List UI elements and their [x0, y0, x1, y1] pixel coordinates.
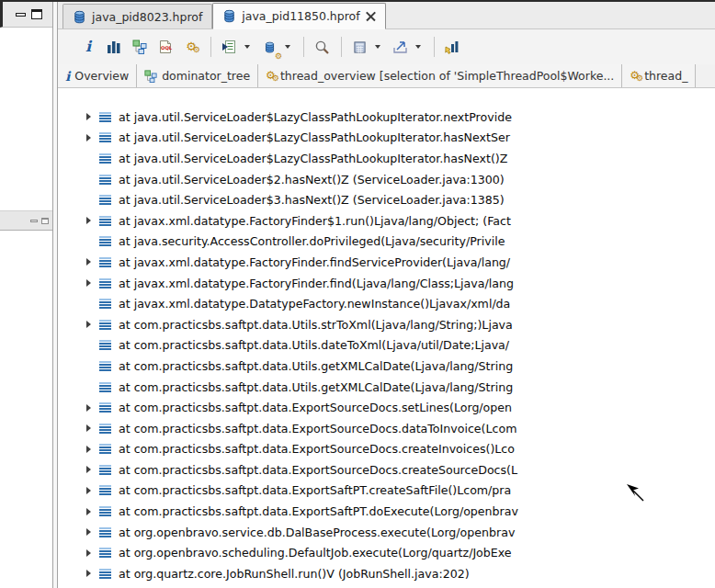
- expand-arrow-icon[interactable]: [86, 528, 91, 536]
- stack-frame-row[interactable]: at com.practicsbs.saftpt.data.Utils.getX…: [58, 377, 525, 398]
- stack-frame-icon: [99, 444, 111, 454]
- stack-frame-text: at com.practicsbs.saftpt.data.ExportSour…: [119, 422, 516, 435]
- editor-area: java_pid8023.hprof java_pid11850.hprof: [57, 2, 715, 588]
- chevron-down-icon[interactable]: [415, 45, 421, 49]
- stack-frame-text: at java.util.ServiceLoader$3.hasNext()Z …: [119, 193, 505, 207]
- minimize-icon[interactable]: [30, 220, 38, 222]
- stack-frame-row[interactable]: at com.practicsbs.saftpt.data.ExportSaft…: [58, 501, 525, 522]
- stack-frame-icon: [99, 340, 111, 350]
- stack-frame-row[interactable]: at javax.xml.datatype.FactoryFinder.find…: [58, 273, 525, 294]
- stack-frame-text: at com.practicsbs.saftpt.data.Utils.getX…: [119, 380, 513, 394]
- maximize-icon[interactable]: [31, 9, 42, 19]
- stack-frame-row[interactable]: at java.util.ServiceLoader$3.hasNext()Z …: [58, 189, 525, 210]
- restore-icon[interactable]: [41, 218, 49, 224]
- expand-arrow-icon[interactable]: [86, 424, 91, 432]
- stack-frame-icon: [99, 236, 111, 246]
- stack-frame-row[interactable]: at java.util.ServiceLoader$LazyClassPath…: [58, 148, 525, 169]
- expand-arrow-icon[interactable]: [86, 134, 91, 141]
- stack-frame-text: at com.practicsbs.saftpt.data.ExportSour…: [119, 463, 517, 477]
- stack-frame-row[interactable]: at com.practicsbs.saftpt.data.ExportSour…: [58, 418, 525, 439]
- chevron-down-icon[interactable]: [285, 45, 290, 49]
- expand-arrow-icon[interactable]: [86, 508, 91, 515]
- stack-frame-row[interactable]: at com.practicsbs.saftpt.data.Utils.strT…: [58, 314, 525, 335]
- expand-arrow-icon[interactable]: [86, 466, 91, 473]
- tab-java-pid11850[interactable]: java_pid11850.hprof: [212, 3, 385, 29]
- tab-java-pid8023[interactable]: java_pid8023.hprof: [62, 4, 212, 28]
- gear-icon: ⚙: [275, 52, 282, 61]
- compare-button[interactable]: [442, 36, 462, 58]
- stack-frame-row[interactable]: at com.practicsbs.saftpt.data.ExportSour…: [58, 397, 525, 418]
- info-icon: [65, 70, 70, 83]
- stack-frame-row[interactable]: at java.util.ServiceLoader$2.hasNext()Z …: [58, 169, 525, 190]
- stack-frame-icon: [99, 361, 111, 371]
- stack-frame-text: at org.openbravo.scheduling.DefaultJob.e…: [119, 546, 512, 560]
- stack-frame-text: at java.util.ServiceLoader$LazyClassPath…: [119, 130, 510, 144]
- stack-frame-icon: [99, 132, 111, 142]
- result-tab-overview[interactable]: Overview: [58, 64, 137, 87]
- result-tab-bar: Overview dominator_tree thread_overview …: [58, 64, 715, 88]
- expand-arrow-icon[interactable]: [86, 113, 91, 120]
- expand-arrow-icon[interactable]: [86, 217, 91, 224]
- stack-frame-text: at java.security.AccessController.doPriv…: [119, 234, 505, 248]
- result-tab-label: thread_overview [selection of 'SimpleThr…: [280, 69, 614, 83]
- stack-frame-text: at javax.xml.datatype.DatatypeFactory.ne…: [119, 297, 510, 311]
- tab-label: java_pid8023.hprof: [92, 10, 202, 24]
- stack-frame-row[interactable]: at com.practicsbs.saftpt.data.ExportSaft…: [58, 481, 525, 502]
- expand-arrow-icon[interactable]: [86, 487, 91, 494]
- expand-arrow-icon[interactable]: [86, 570, 91, 577]
- gears-icon: [186, 40, 197, 54]
- chevron-down-icon[interactable]: [244, 45, 250, 49]
- stack-frame-icon: [99, 299, 111, 309]
- stack-frame-row[interactable]: at com.practicsbs.saftpt.data.Utils.date…: [58, 335, 525, 356]
- svg-text:OQL: OQL: [161, 45, 173, 51]
- chevron-down-icon[interactable]: [375, 45, 380, 49]
- calculate-retained-size-button[interactable]: [349, 36, 369, 58]
- expand-arrow-icon[interactable]: [86, 404, 91, 412]
- result-tab-thread-overview[interactable]: thread_overview [selection of 'SimpleThr…: [258, 64, 622, 87]
- expand-arrow-icon[interactable]: [86, 446, 91, 453]
- stack-frame-row[interactable]: at org.openbravo.scheduling.DefaultJob.e…: [58, 542, 525, 563]
- close-icon[interactable]: [366, 11, 376, 21]
- stack-frame-row[interactable]: at java.util.ServiceLoader$LazyClassPath…: [58, 128, 525, 149]
- dominator-tree-button[interactable]: [130, 36, 150, 58]
- stack-frame-row[interactable]: at com.practicsbs.saftpt.data.ExportSour…: [58, 459, 525, 481]
- stack-frame-icon: [99, 216, 111, 226]
- stack-frame-icon: [99, 195, 111, 205]
- result-tab-thread-details[interactable]: thread_: [622, 64, 696, 87]
- expert-system-button[interactable]: [181, 36, 201, 58]
- stack-frame-row[interactable]: at com.practicsbs.saftpt.data.Utils.getX…: [58, 356, 525, 377]
- stack-frame-icon: [99, 569, 111, 579]
- calculator-icon: [353, 40, 367, 54]
- stack-frame-row[interactable]: at javax.xml.datatype.FactoryFinder.find…: [58, 252, 525, 273]
- stack-frame-icon: [99, 402, 111, 413]
- heap-dump-actions-button[interactable]: ⚙: [259, 36, 279, 58]
- info-button[interactable]: [78, 36, 98, 58]
- export-button[interactable]: [390, 36, 410, 58]
- expand-arrow-icon[interactable]: [86, 549, 91, 557]
- stack-frame-text: at javax.xml.datatype.FactoryFinder.find…: [119, 255, 510, 269]
- minimize-icon[interactable]: [16, 13, 26, 17]
- gears-icon: [266, 70, 276, 83]
- search-button[interactable]: [312, 36, 332, 58]
- query-browser-button[interactable]: [219, 36, 239, 58]
- stack-frame-row[interactable]: at javax.xml.datatype.FactoryFinder$1.ru…: [58, 210, 525, 232]
- stack-frame-row[interactable]: at java.security.AccessController.doPriv…: [58, 232, 525, 253]
- stack-frame-row[interactable]: at com.practicsbs.saftpt.data.ExportSour…: [58, 439, 525, 460]
- heap-dump-icon: [73, 10, 86, 24]
- histogram-button[interactable]: [104, 36, 124, 58]
- minimized-view-header: [0, 210, 52, 231]
- stack-frame-icon: [99, 278, 111, 288]
- stack-frame-row[interactable]: at javax.xml.datatype.DatatypeFactory.ne…: [58, 293, 525, 314]
- expand-arrow-icon[interactable]: [86, 321, 91, 328]
- oql-icon: OQL: [158, 40, 173, 54]
- stack-frame-row[interactable]: at org.openbravo.service.db.DalBaseProce…: [58, 522, 525, 543]
- stack-frame-icon: [99, 485, 111, 495]
- expand-arrow-icon[interactable]: [86, 258, 91, 266]
- stack-frame-text: at com.practicsbs.saftpt.data.Utils.date…: [119, 338, 509, 352]
- stack-frame-row[interactable]: at org.quartz.core.JobRunShell.run()V (J…: [58, 563, 525, 584]
- stack-frame-row[interactable]: at java.util.ServiceLoader$LazyClassPath…: [58, 107, 525, 128]
- expand-arrow-icon[interactable]: [86, 279, 91, 287]
- result-tab-label: thread_: [644, 69, 687, 83]
- oql-button[interactable]: OQL: [155, 36, 176, 58]
- result-tab-dominator-tree[interactable]: dominator_tree: [137, 64, 258, 87]
